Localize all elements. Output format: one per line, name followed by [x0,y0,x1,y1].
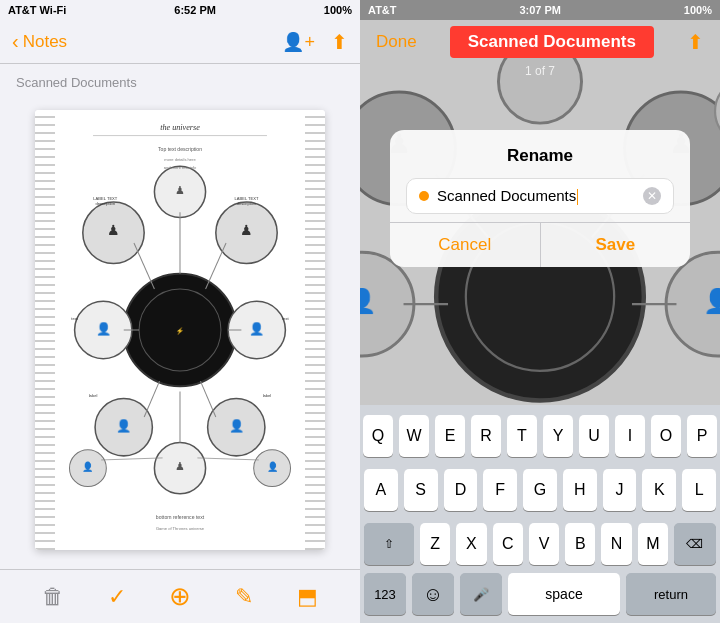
key-r[interactable]: R [471,415,501,457]
key-y[interactable]: Y [543,415,573,457]
doc-list-area: the universe ⚡ [0,100,360,569]
svg-text:👤: 👤 [96,321,112,337]
compose-icon[interactable]: ✎ [235,584,253,610]
svg-text:text: text [71,316,78,321]
emoji-key[interactable]: ☺ [412,573,454,615]
shift-key[interactable]: ⇧ [364,523,414,565]
right-nav-bar: Done Scanned Documents ⬆ [360,20,720,64]
person-add-icon[interactable]: 👤+ [282,31,315,53]
plus-icon[interactable]: ⊕ [169,581,191,612]
cancel-button[interactable]: Cancel [390,223,541,267]
svg-text:♟: ♟ [107,222,120,238]
doc-thumbnail[interactable]: the universe ⚡ [35,110,325,550]
key-e[interactable]: E [435,415,465,457]
key-l[interactable]: L [682,469,716,511]
keyboard-row-2: A S D F G H J K L [360,461,720,515]
keyboard-row-1: Q W E R T Y U I O P [360,405,720,461]
svg-text:♟: ♟ [240,222,253,238]
right-carrier: AT&T [368,4,397,16]
doc-subtitle: 1 of 7 [360,64,720,78]
svg-text:Game of Thrones universe: Game of Thrones universe [156,526,205,531]
key-k[interactable]: K [642,469,676,511]
key-x[interactable]: X [456,523,486,565]
back-label: Notes [23,32,67,52]
text-cursor [577,189,578,205]
key-j[interactable]: J [603,469,637,511]
key-o[interactable]: O [651,415,681,457]
doc-image-area: the universe ⚡ [35,110,325,550]
mic-key[interactable]: 🎤 [460,573,502,615]
rename-input[interactable]: Scanned Documents [437,187,635,205]
key-a[interactable]: A [364,469,398,511]
key-f[interactable]: F [483,469,517,511]
share-icon[interactable]: ⬆ [687,30,704,54]
backspace-key[interactable]: ⌫ [674,523,716,565]
share-icon[interactable]: ⬆ [331,30,348,54]
folder-title-bar: Scanned Documents [0,64,360,100]
svg-text:👤: 👤 [703,287,720,315]
svg-text:♟: ♟ [175,460,185,472]
right-title: Scanned Documents [468,32,636,51]
space-key[interactable]: space [508,573,620,615]
svg-line-13 [134,243,154,289]
nav-right-icons: 👤+ ⬆ [282,30,348,54]
page-indicator: 1 of 7 [525,64,555,78]
keyboard: Q W E R T Y U I O P A S D F G H J K L ⇧ … [360,405,720,623]
svg-line-14 [206,243,226,289]
key-w[interactable]: W [399,415,429,457]
trash-icon[interactable]: 🗑 [42,584,64,610]
svg-text:⚡: ⚡ [176,327,184,335]
key-z[interactable]: Z [420,523,450,565]
key-u[interactable]: U [579,415,609,457]
left-bottom-toolbar: 🗑 ✓ ⊕ ✎ ⬒ [0,569,360,623]
key-m[interactable]: M [638,523,668,565]
key-t[interactable]: T [507,415,537,457]
svg-text:label: label [263,393,272,398]
key-h[interactable]: H [563,469,597,511]
clear-input-button[interactable]: ✕ [643,187,661,205]
back-button[interactable]: ‹ Notes [12,30,67,53]
key-d[interactable]: D [444,469,478,511]
svg-text:text: text [282,316,289,321]
checkmark-icon[interactable]: ✓ [108,584,126,610]
svg-line-34 [197,458,258,460]
return-key[interactable]: return [626,573,716,615]
key-c[interactable]: C [493,523,523,565]
left-time: 6:52 PM [174,4,216,16]
svg-text:Top text description: Top text description [158,146,202,152]
svg-text:👤: 👤 [82,461,94,473]
save-button[interactable]: Save [541,223,691,267]
key-g[interactable]: G [523,469,557,511]
svg-text:👤: 👤 [229,418,245,434]
key-n[interactable]: N [601,523,631,565]
svg-text:description: description [237,201,257,206]
left-nav-bar: ‹ Notes 👤+ ⬆ [0,20,360,64]
left-strip [35,110,55,550]
infographic-svg: the universe ⚡ [35,110,325,550]
rename-title: Rename [390,130,690,178]
right-battery: 100% [684,4,712,16]
chevron-left-icon: ‹ [12,30,19,53]
svg-line-17 [144,381,159,417]
svg-line-18 [200,381,215,417]
key-v[interactable]: V [529,523,559,565]
key-b[interactable]: B [565,523,595,565]
svg-text:and more text info: and more text info [164,165,197,170]
svg-text:more details here: more details here [164,157,196,162]
key-p[interactable]: P [687,415,717,457]
done-button[interactable]: Done [376,32,417,52]
svg-text:👤: 👤 [249,321,265,337]
rename-input-row[interactable]: Scanned Documents ✕ [406,178,674,214]
svg-text:👤: 👤 [360,287,377,315]
number-key[interactable]: 123 [364,573,406,615]
key-q[interactable]: Q [363,415,393,457]
scan-icon[interactable]: ⬒ [297,584,318,610]
svg-text:♟: ♟ [175,184,185,196]
key-i[interactable]: I [615,415,645,457]
right-status-bar: AT&T 3:07 PM 100% [360,0,720,20]
folder-title: Scanned Documents [16,75,137,90]
left-carrier: AT&T Wi-Fi [8,4,66,16]
left-battery: 100% [324,4,352,16]
left-status-bar: AT&T Wi-Fi 6:52 PM 100% [0,0,360,20]
key-s[interactable]: S [404,469,438,511]
